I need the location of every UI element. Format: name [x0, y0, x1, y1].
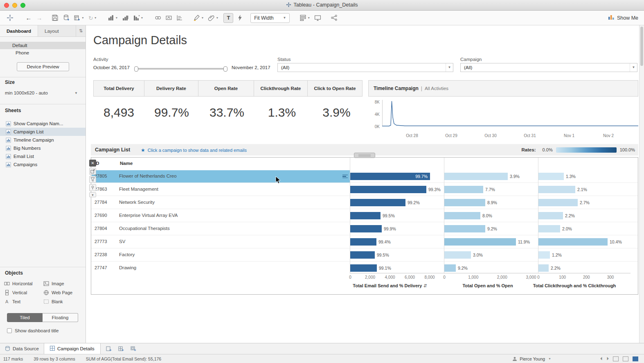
data-source-tab[interactable]: Data Source	[0, 343, 44, 354]
click-bar[interactable]	[538, 225, 560, 232]
click-bar[interactable]	[538, 186, 575, 193]
kpi-value[interactable]: 3.9%	[309, 106, 364, 119]
new-dashboard-tab-icon[interactable]	[116, 345, 127, 353]
delivery-bar[interactable]	[350, 264, 377, 272]
use-as-filter-icon[interactable]	[89, 176, 96, 183]
go-to-sheet-icon[interactable]	[89, 168, 96, 175]
object-item-image[interactable]: Image	[43, 279, 83, 288]
campaign-filter-dropdown[interactable]: (All)▼	[460, 63, 637, 72]
open-bar[interactable]	[444, 238, 516, 246]
table-row[interactable]: 27863Fleet Management99.3%7.7%2.1%	[91, 183, 638, 196]
delivery-bar[interactable]	[350, 238, 376, 246]
slider-track[interactable]	[137, 68, 225, 70]
delivery-bar[interactable]	[350, 199, 405, 206]
sort-descending-icon[interactable]: ▼	[133, 13, 144, 23]
open-bar[interactable]	[444, 264, 456, 272]
tiled-button[interactable]: Tiled	[7, 313, 43, 322]
user-menu[interactable]: Pierce Young ▼	[512, 356, 551, 361]
minimize-window-button[interactable]	[12, 3, 17, 8]
highlight-icon[interactable]: ▼	[193, 13, 204, 23]
save-button[interactable]	[51, 13, 59, 23]
sheet-sorter-icon[interactable]	[613, 356, 619, 361]
device-item-phone[interactable]: Phone	[0, 49, 86, 56]
delivery-bar[interactable]	[350, 225, 382, 232]
floating-button[interactable]: Floating	[43, 313, 78, 322]
filmstrip-icon[interactable]	[623, 356, 628, 361]
kpi-tab[interactable]: Click to Open Rate	[307, 80, 363, 97]
axis-title-send[interactable]: Total Email Send and % Delivery ⇵	[353, 283, 427, 289]
kpi-tab[interactable]: Delivery Rate	[144, 80, 198, 97]
first-sheet-icon[interactable]: ⏴	[600, 356, 603, 361]
row-menu-icon[interactable]	[342, 174, 348, 179]
zoom-window-button[interactable]	[20, 3, 25, 8]
new-worksheet-tab-icon[interactable]	[104, 345, 115, 353]
more-options-icon[interactable]: ▼	[89, 192, 96, 197]
sheet-item[interactable]: Timeline Campaign	[0, 136, 86, 144]
click-bar[interactable]	[538, 251, 550, 259]
table-row[interactable]: 27690Enterprise Virtual Array EVA99.5%8.…	[91, 209, 638, 222]
size-dropdown[interactable]: min 1000x620 - auto▼	[5, 88, 81, 98]
open-bar[interactable]	[444, 212, 480, 219]
group-members-icon[interactable]	[154, 13, 162, 23]
click-bar[interactable]	[538, 238, 608, 246]
swap-panes-icon[interactable]: ⇅	[76, 25, 86, 36]
delivery-bar[interactable]	[350, 251, 375, 259]
kpi-tab[interactable]: Clickthrough Rate	[254, 80, 308, 97]
show-labels-button[interactable]: T	[223, 13, 233, 23]
table-row[interactable]: 27804Occupational Therapists99.9%9.2%2.0…	[91, 222, 638, 235]
sheet-item[interactable]: Campaign List	[0, 128, 86, 136]
tooltip-icon[interactable]	[236, 13, 244, 23]
delivery-bar[interactable]	[350, 186, 426, 193]
sheet-item[interactable]: Show Campaign Nam...	[0, 119, 86, 128]
swap-rows-columns-icon[interactable]: ▼	[108, 13, 118, 23]
delivery-bar[interactable]	[350, 212, 381, 219]
show-dashboard-title-checkbox[interactable]	[7, 328, 12, 333]
axis-title-open[interactable]: Total Open and % Open	[462, 283, 513, 288]
object-item-vertical[interactable]: Vertical	[4, 288, 43, 297]
kpi-tab[interactable]: Total Delivery	[93, 80, 144, 97]
object-item-text[interactable]: AText	[4, 297, 43, 306]
show-dashboard-title-row[interactable]: Show dashboard title	[7, 328, 59, 333]
zone-drag-handle[interactable]	[354, 153, 375, 158]
slider-handle-start[interactable]	[134, 66, 138, 72]
remove-sheet-icon[interactable]: ✕	[89, 160, 96, 167]
new-worksheet-button[interactable]: ▼	[74, 13, 84, 23]
close-window-button[interactable]	[4, 3, 9, 8]
vertical-scrollbar[interactable]	[639, 25, 644, 343]
slider-handle-end[interactable]	[223, 66, 227, 72]
undo-button[interactable]: ←	[25, 13, 33, 23]
tab-layout[interactable]: Layout	[38, 25, 65, 36]
click-bar[interactable]	[538, 264, 549, 272]
open-bar[interactable]	[444, 251, 471, 259]
scrollbar-thumb[interactable]	[640, 27, 643, 66]
activity-range-slider[interactable]	[134, 66, 227, 72]
sort-ascending-icon[interactable]	[122, 13, 130, 23]
fit-dropdown[interactable]: Fit Width▼	[250, 13, 290, 23]
column-header-name[interactable]: Name	[120, 161, 133, 166]
refresh-button[interactable]: ↻▼	[88, 13, 97, 23]
kpi-value[interactable]: 99.7%	[144, 106, 199, 119]
tab-dashboard[interactable]: Dashboard	[0, 25, 38, 36]
table-row[interactable]: 27747Drawing99.1%9.2%2.2%	[91, 262, 638, 273]
format-icon[interactable]: ▼	[208, 13, 218, 23]
share-icon[interactable]	[330, 13, 338, 23]
table-row[interactable]: 27805Flower of Netherlands Creo99.7%3.9%…	[91, 170, 638, 183]
new-story-tab-icon[interactable]	[128, 345, 139, 353]
last-sheet-icon[interactable]: ⏵	[607, 356, 609, 361]
show-mark-labels-icon[interactable]	[164, 13, 173, 23]
open-bar[interactable]	[444, 199, 485, 206]
kpi-value[interactable]: 8,493	[93, 106, 144, 119]
object-item-web-page[interactable]: Web Page	[43, 288, 83, 297]
open-bar[interactable]	[444, 186, 483, 193]
object-item-blank[interactable]: Blank	[43, 297, 83, 306]
device-item-default[interactable]: Default	[0, 42, 86, 49]
device-preview-button[interactable]: Device Preview	[17, 62, 69, 71]
timeline-chart[interactable]	[382, 99, 638, 128]
show-hide-cards-icon[interactable]: ▼	[299, 13, 310, 23]
tableau-logo-icon[interactable]	[6, 13, 14, 23]
click-bar[interactable]	[538, 212, 563, 219]
object-item-horizontal[interactable]: Horizontal	[4, 279, 43, 288]
table-row[interactable]: 27773SV99.4%11.9%10.4%	[91, 235, 638, 248]
sort-icon[interactable]: ⇵	[423, 283, 427, 288]
table-row[interactable]: 27238Factory99.5%3.0%1.2%	[91, 248, 638, 262]
